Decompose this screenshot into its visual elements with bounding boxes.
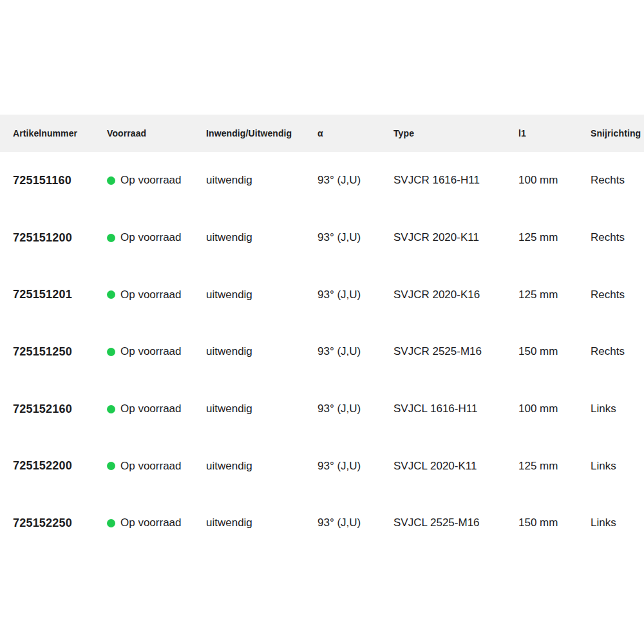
voorraad-cell: Op voorraad: [107, 460, 206, 473]
voorraad-cell: Op voorraad: [107, 516, 206, 529]
l1-cell: 125 mm: [518, 289, 591, 301]
snijrichting-cell: Rechts: [591, 174, 644, 187]
artikelnummer-cell: 725152200: [13, 459, 107, 473]
voorraad-cell: Op voorraad: [107, 231, 206, 244]
voorraad-cell: Op voorraad: [107, 174, 206, 187]
alpha-cell: 93° (J,U): [317, 174, 393, 187]
in-stock-dot-icon: [107, 405, 115, 413]
type-cell: SVJCR 2020-K11: [393, 231, 518, 244]
voorraad-label: Op voorraad: [120, 174, 182, 187]
in-stock-dot-icon: [107, 519, 115, 527]
column-header-inwendig-uitwendig: Inwendig/Uitwendig: [206, 128, 317, 138]
voorraad-cell: Op voorraad: [107, 402, 206, 415]
voorraad-cell: Op voorraad: [107, 289, 206, 301]
snijrichting-cell: Rechts: [591, 231, 644, 244]
inwendig-uitwendig-cell: uitwendig: [206, 231, 317, 244]
column-header-artikelnummer: Artikelnummer: [13, 128, 107, 138]
in-stock-dot-icon: [107, 462, 115, 470]
inwendig-uitwendig-cell: uitwendig: [206, 402, 317, 415]
type-cell: SVJCL 2020-K11: [393, 460, 518, 473]
l1-cell: 125 mm: [518, 231, 591, 244]
in-stock-dot-icon: [107, 290, 115, 299]
l1-cell: 125 mm: [518, 460, 591, 473]
table-row[interactable]: 725151250 Op voorraad uitwendig 93° (J,U…: [0, 323, 644, 381]
table-row[interactable]: 725152250 Op voorraad uitwendig 93° (J,U…: [0, 495, 644, 552]
type-cell: SVJCR 2020-K16: [393, 289, 518, 301]
column-header-type: Type: [393, 128, 518, 138]
column-header-snijrichting: Snijrichting: [591, 128, 644, 138]
artikelnummer-cell: 725152250: [13, 516, 107, 530]
type-cell: SVJCL 2525-M16: [393, 516, 518, 529]
artikelnummer-cell: 725151201: [13, 288, 107, 301]
artikelnummer-cell: 725151160: [13, 174, 107, 187]
voorraad-label: Op voorraad: [120, 345, 182, 358]
in-stock-dot-icon: [107, 348, 115, 356]
type-cell: SVJCR 2525-M16: [393, 345, 518, 358]
alpha-cell: 93° (J,U): [317, 460, 393, 473]
alpha-cell: 93° (J,U): [317, 289, 393, 301]
voorraad-label: Op voorraad: [120, 289, 182, 301]
in-stock-dot-icon: [107, 234, 115, 242]
inwendig-uitwendig-cell: uitwendig: [206, 174, 317, 187]
voorraad-label: Op voorraad: [120, 231, 182, 244]
alpha-cell: 93° (J,U): [317, 516, 393, 529]
column-header-voorraad: Voorraad: [107, 128, 206, 138]
alpha-cell: 93° (J,U): [317, 231, 393, 244]
table-header-row: Artikelnummer Voorraad Inwendig/Uitwendi…: [0, 115, 644, 152]
inwendig-uitwendig-cell: uitwendig: [206, 289, 317, 301]
page: Artikelnummer Voorraad Inwendig/Uitwendi…: [0, 0, 644, 644]
type-cell: SVJCL 1616-H11: [393, 402, 518, 415]
artikelnummer-cell: 725152160: [13, 402, 107, 416]
table-row[interactable]: 725151200 Op voorraad uitwendig 93° (J,U…: [0, 209, 644, 267]
table-row[interactable]: 725151160 Op voorraad uitwendig 93° (J,U…: [0, 152, 644, 209]
inwendig-uitwendig-cell: uitwendig: [206, 345, 317, 358]
table-row[interactable]: 725152200 Op voorraad uitwendig 93° (J,U…: [0, 437, 644, 495]
snijrichting-cell: Rechts: [591, 289, 644, 301]
snijrichting-cell: Links: [591, 460, 644, 473]
l1-cell: 150 mm: [518, 345, 591, 358]
inwendig-uitwendig-cell: uitwendig: [206, 516, 317, 529]
snijrichting-cell: Links: [591, 402, 644, 415]
voorraad-label: Op voorraad: [120, 402, 182, 415]
inwendig-uitwendig-cell: uitwendig: [206, 460, 317, 473]
snijrichting-cell: Links: [591, 516, 644, 529]
l1-cell: 100 mm: [518, 174, 591, 187]
l1-cell: 100 mm: [518, 402, 591, 415]
voorraad-label: Op voorraad: [120, 460, 182, 473]
alpha-cell: 93° (J,U): [317, 402, 393, 415]
artikelnummer-cell: 725151250: [13, 345, 107, 359]
voorraad-label: Op voorraad: [120, 516, 182, 529]
product-table: Artikelnummer Voorraad Inwendig/Uitwendi…: [0, 115, 644, 552]
type-cell: SVJCR 1616-H11: [393, 174, 518, 187]
in-stock-dot-icon: [107, 176, 115, 185]
alpha-cell: 93° (J,U): [317, 345, 393, 358]
column-header-l1: l1: [518, 128, 591, 138]
artikelnummer-cell: 725151200: [13, 231, 107, 245]
table-row[interactable]: 725151201 Op voorraad uitwendig 93° (J,U…: [0, 266, 644, 323]
voorraad-cell: Op voorraad: [107, 345, 206, 358]
l1-cell: 150 mm: [518, 516, 591, 529]
column-header-alpha: α: [317, 128, 393, 138]
snijrichting-cell: Rechts: [591, 345, 644, 358]
table-row[interactable]: 725152160 Op voorraad uitwendig 93° (J,U…: [0, 381, 644, 438]
